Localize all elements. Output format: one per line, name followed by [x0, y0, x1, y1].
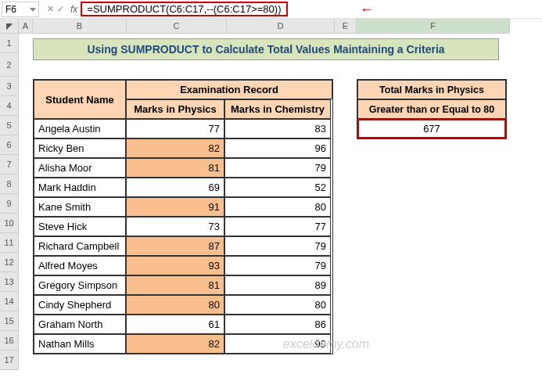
row-headers: ◤ 1 2 3 4 5 6 7 8 9 10 11 12 13 14 15 16… — [0, 19, 19, 370]
result-value[interactable]: 677 — [357, 119, 506, 138]
student-name-cell[interactable]: Alisha Moor — [34, 158, 126, 178]
chemistry-cell[interactable]: 83 — [224, 119, 331, 138]
confirm-icon[interactable]: ✓ — [57, 4, 64, 14]
table-row[interactable]: Ricky Ben8296 — [34, 138, 332, 158]
col-header[interactable]: A — [19, 19, 33, 34]
physics-cell[interactable]: 81 — [126, 158, 224, 178]
col-header[interactable]: D — [227, 19, 335, 34]
table-row[interactable]: Richard Campbell8779 — [34, 236, 332, 256]
header-physics: Marks in Physics — [126, 99, 224, 119]
formula-input[interactable]: =SUMPRODUCT(C6:C17,--(C6:C17>=80)) — [81, 2, 287, 16]
table-row[interactable]: Cindy Shepherd8080 — [34, 295, 332, 315]
chemistry-cell[interactable]: 86 — [224, 315, 331, 334]
physics-cell[interactable]: 91 — [126, 197, 224, 217]
student-name-cell[interactable]: Kane Smith — [34, 197, 126, 217]
table-row[interactable]: Steve Hick7377 — [34, 217, 332, 236]
table-body: Angela Austin7783Ricky Ben8296Alisha Moo… — [34, 119, 332, 354]
chemistry-cell[interactable]: 79 — [224, 236, 331, 256]
result-label-1: Total Marks in Physics — [357, 80, 506, 99]
chemistry-cell[interactable]: 96 — [224, 138, 331, 158]
row-header[interactable]: 7 — [0, 155, 19, 174]
col-header[interactable]: E — [335, 19, 357, 34]
cancel-icon[interactable]: ✕ — [47, 4, 54, 14]
row-header[interactable]: 11 — [0, 233, 19, 253]
fx-area: ✕ ✓ fx =SUMPRODUCT(C6:C17,--(C6:C17>=80)… — [45, 2, 288, 16]
col-header[interactable]: C — [127, 19, 227, 34]
student-name-cell[interactable]: Angela Austin — [34, 119, 126, 138]
formula-bar-area: F6 ✕ ✓ fx =SUMPRODUCT(C6:C17,--(C6:C17>=… — [0, 0, 542, 19]
header-chemistry: Marks in Chemistry — [224, 99, 331, 119]
chemistry-cell[interactable]: 79 — [224, 158, 331, 178]
table-row[interactable]: Angela Austin7783 — [34, 119, 332, 138]
chemistry-cell[interactable]: 89 — [224, 275, 331, 295]
chemistry-cell[interactable]: 80 — [224, 295, 331, 315]
row-header[interactable]: 13 — [0, 272, 19, 292]
data-table: Student Name Examination Record Marks in… — [33, 79, 333, 354]
physics-cell[interactable]: 77 — [126, 119, 224, 138]
col-header[interactable]: B — [33, 19, 127, 34]
student-name-cell[interactable]: Graham North — [34, 315, 126, 334]
grid-body: A B C D E F Using SUMPRODUCT to Calculat… — [19, 19, 542, 370]
row-header[interactable]: 16 — [0, 331, 19, 351]
row-header[interactable]: 17 — [0, 351, 19, 370]
chemistry-cell[interactable]: 52 — [224, 178, 331, 197]
physics-cell[interactable]: 69 — [126, 178, 224, 197]
student-name-cell[interactable]: Steve Hick — [34, 217, 126, 236]
student-name-cell[interactable]: Ricky Ben — [34, 138, 126, 158]
row-header[interactable]: 15 — [0, 311, 19, 331]
result-box: Total Marks in Physics Greater than or E… — [357, 79, 507, 139]
physics-cell[interactable]: 82 — [126, 138, 224, 158]
cells-area[interactable]: Using SUMPRODUCT to Calculate Total Valu… — [19, 34, 542, 370]
row-header[interactable]: 1 — [0, 34, 19, 53]
table-row[interactable]: Kane Smith9180 — [34, 197, 332, 217]
physics-cell[interactable]: 93 — [126, 256, 224, 275]
student-name-cell[interactable]: Cindy Shepherd — [34, 295, 126, 315]
student-name-cell[interactable]: Mark Haddin — [34, 178, 126, 197]
row-header[interactable]: 2 — [0, 53, 19, 77]
table-row[interactable]: Alisha Moor8179 — [34, 158, 332, 178]
row-header[interactable]: 4 — [0, 96, 19, 116]
column-headers: A B C D E F — [19, 19, 542, 34]
student-name-cell[interactable]: Richard Campbell — [34, 236, 126, 256]
chemistry-cell[interactable]: 79 — [224, 256, 331, 275]
row-header[interactable]: 8 — [0, 174, 19, 194]
row-header[interactable]: 10 — [0, 214, 19, 233]
physics-cell[interactable]: 87 — [126, 236, 224, 256]
row-header[interactable]: 12 — [0, 253, 19, 272]
result-label-2: Greater than or Equal to 80 — [357, 99, 506, 119]
table-row[interactable]: Mark Haddin6952 — [34, 178, 332, 197]
annotation-arrow-icon: ← — [360, 2, 374, 18]
chemistry-cell[interactable]: 99 — [224, 334, 331, 354]
header-student-name: Student Name — [34, 80, 126, 119]
row-header[interactable]: 6 — [0, 135, 19, 155]
row-header[interactable]: 14 — [0, 292, 19, 311]
spreadsheet-grid: ◤ 1 2 3 4 5 6 7 8 9 10 11 12 13 14 15 16… — [0, 19, 542, 370]
row-header[interactable]: 5 — [0, 116, 19, 135]
name-box[interactable]: F6 — [2, 2, 39, 17]
physics-cell[interactable]: 61 — [126, 315, 224, 334]
row-header[interactable]: 9 — [0, 194, 19, 214]
chemistry-cell[interactable]: 77 — [224, 217, 331, 236]
col-header[interactable]: F — [357, 19, 510, 34]
select-all-corner[interactable]: ◤ — [0, 19, 19, 34]
physics-cell[interactable]: 81 — [126, 275, 224, 295]
fx-icon[interactable]: fx — [70, 4, 77, 15]
physics-cell[interactable]: 73 — [126, 217, 224, 236]
student-name-cell[interactable]: Nathan Mills — [34, 334, 126, 354]
student-name-cell[interactable]: Alfred Moyes — [34, 256, 126, 275]
physics-cell[interactable]: 80 — [126, 295, 224, 315]
student-name-cell[interactable]: Gregory Simpson — [34, 275, 126, 295]
physics-cell[interactable]: 82 — [126, 334, 224, 354]
table-row[interactable]: Alfred Moyes9379 — [34, 256, 332, 275]
row-header[interactable]: 3 — [0, 77, 19, 96]
table-row[interactable]: Gregory Simpson8189 — [34, 275, 332, 295]
chemistry-cell[interactable]: 80 — [224, 197, 331, 217]
table-row[interactable]: Graham North6186 — [34, 315, 332, 334]
page-title: Using SUMPRODUCT to Calculate Total Valu… — [33, 38, 499, 60]
table-row[interactable]: Nathan Mills8299 — [34, 334, 332, 354]
header-exam-record: Examination Record — [126, 80, 332, 99]
